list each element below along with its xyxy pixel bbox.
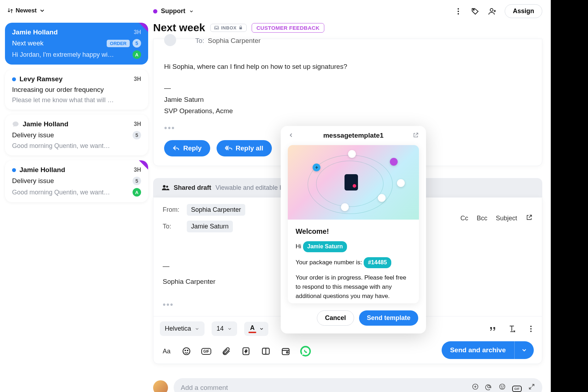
conversation-time: 3H: [134, 76, 141, 82]
orbit-node-icon: [397, 179, 405, 187]
mention-button[interactable]: [485, 383, 492, 392]
send-button[interactable]: Send and archive: [442, 341, 534, 359]
template-cancel-button[interactable]: Cancel: [317, 310, 354, 326]
gif-icon: GIF: [512, 386, 522, 392]
conversation-card[interactable]: Jamie Holland 3H Delivery issue 5 Good m…: [5, 115, 148, 155]
calendar-button[interactable]: [280, 346, 291, 357]
cc-button[interactable]: Cc: [460, 215, 468, 222]
expand-button[interactable]: [528, 383, 535, 392]
channel-dropdown[interactable]: Support: [153, 7, 194, 15]
message-count: 5: [133, 39, 141, 48]
conversation-time: 3H: [134, 167, 141, 173]
svg-point-4: [490, 9, 493, 11]
gif-button[interactable]: GIF: [512, 384, 522, 392]
template-hero-image: ✈: [288, 145, 419, 220]
order-tag: ORDER: [107, 40, 130, 47]
conversation-card[interactable]: Jamie Holland 3H Next week ORDER 5 Hi Jo…: [5, 23, 148, 65]
conversation-preview: Good morning Quentin, we want…: [12, 142, 141, 150]
unread-dot-icon: [12, 168, 16, 172]
svg-point-8: [530, 328, 532, 330]
chat-icon: [12, 121, 19, 128]
chevron-down-icon: [259, 326, 264, 331]
whatsapp-icon: [300, 346, 311, 357]
svg-point-9: [530, 331, 532, 332]
template-back-button[interactable]: [288, 132, 294, 139]
conversation-sidebar: Newest Jamie Holland 3H Next week ORDER …: [0, 0, 153, 392]
text-color-icon: A: [248, 325, 256, 333]
split-view-button[interactable]: [261, 346, 271, 357]
attachment-button[interactable]: [221, 346, 231, 357]
from-chip[interactable]: Sophia Carpenter: [187, 204, 245, 216]
assignee-avatar: A: [133, 188, 141, 197]
conversation-sender: Jamie Holland: [12, 166, 65, 174]
sort-dropdown[interactable]: Newest: [5, 6, 47, 16]
columns-icon: [261, 347, 270, 356]
thread-title: Next week: [153, 22, 205, 34]
send-dropdown[interactable]: [514, 341, 534, 359]
text-style-icon: Aa: [163, 348, 170, 355]
more-vertical-icon: [527, 325, 535, 333]
conversation-preview: Hi Jordan, I'm extremely happy wi…: [12, 51, 129, 59]
package-variable: #14485: [364, 257, 391, 268]
assign-button[interactable]: Assign: [505, 4, 542, 18]
text-style-button[interactable]: Aa: [161, 346, 172, 357]
svg-point-2: [458, 13, 459, 15]
recipient-variable: Jamie Saturn: [303, 241, 347, 252]
chevron-down-icon: [227, 326, 232, 331]
tag-icon: [471, 7, 480, 16]
customer-feedback-tag[interactable]: CUSTOMER FEEDBACK: [252, 23, 324, 33]
conversation-card[interactable]: Jamie Holland 3H Delivery issue 5 Good m…: [5, 160, 148, 202]
unread-dot-icon: [12, 77, 16, 81]
to-recipient: Sophia Carpenter: [208, 37, 261, 45]
channel-label: Support: [161, 7, 185, 15]
svg-point-12: [187, 350, 188, 351]
inbox-chip[interactable]: INBOX: [210, 24, 247, 32]
conversation-subject: Increasing our order frequency: [12, 86, 104, 94]
tag-button[interactable]: [471, 7, 480, 16]
template-name: messagetemplate1: [323, 132, 383, 139]
chevron-left-icon: [288, 132, 294, 138]
emoji-button[interactable]: [181, 346, 192, 357]
add-participant-button[interactable]: [488, 7, 497, 16]
orbit-node-icon: [378, 194, 386, 202]
quote-button[interactable]: [488, 324, 497, 333]
conversation-subject: Delivery issue: [12, 177, 54, 185]
toolbar-more-button[interactable]: [526, 324, 536, 333]
bcc-button[interactable]: Bcc: [477, 215, 487, 222]
emoji-button[interactable]: [499, 383, 506, 392]
conversation-preview: Good morning Quentin, we want…: [12, 189, 129, 196]
right-edge-panel: [551, 0, 588, 392]
at-icon: [485, 383, 492, 390]
quote-icon: [488, 325, 497, 333]
clear-format-button[interactable]: [507, 324, 516, 333]
conversation-preview: Please let me know what that will …: [12, 96, 141, 104]
template-send-button[interactable]: Send template: [359, 310, 418, 326]
reply-icon: [173, 145, 180, 152]
subject-button[interactable]: Subject: [496, 215, 517, 222]
popout-icon: [413, 132, 419, 138]
quick-action-button[interactable]: [241, 346, 251, 357]
svg-rect-16: [282, 349, 289, 355]
font-size-select[interactable]: 14: [212, 321, 237, 336]
inbox-icon: [214, 25, 219, 30]
add-button[interactable]: [472, 383, 479, 392]
reply-button[interactable]: Reply: [164, 140, 210, 156]
svg-point-5: [163, 185, 166, 188]
template-popout-button[interactable]: [413, 132, 419, 139]
svg-point-11: [185, 350, 186, 351]
main-panel: Support Assign Next week INBOX CUSTOMER …: [153, 0, 551, 392]
whatsapp-button[interactable]: [300, 346, 311, 357]
orbit-node-icon: [341, 203, 349, 211]
popout-button[interactable]: [526, 214, 533, 223]
font-select[interactable]: Helvetica: [160, 321, 205, 336]
text-color-select[interactable]: A: [244, 322, 268, 336]
svg-point-10: [183, 348, 190, 355]
to-chip[interactable]: Jamie Saturn: [187, 221, 233, 232]
more-menu-button[interactable]: [454, 7, 463, 16]
conversation-time: 3H: [134, 29, 141, 35]
comment-input[interactable]: Add a comment GIF: [174, 378, 542, 392]
reply-all-button[interactable]: Reply all: [217, 140, 272, 156]
conversation-card[interactable]: Levy Ramsey 3H Increasing our order freq…: [5, 70, 148, 110]
gif-button[interactable]: GIF: [201, 346, 212, 357]
front-logo-icon: [345, 174, 358, 191]
